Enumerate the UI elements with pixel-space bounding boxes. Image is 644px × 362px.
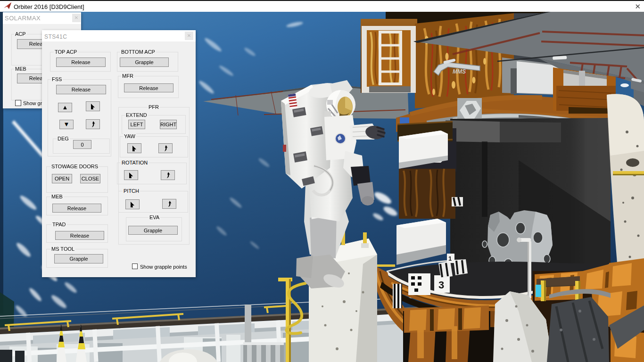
svg-text:MMS: MMS: [453, 68, 466, 75]
svg-text:1: 1: [448, 255, 452, 262]
svg-text:3: 3: [438, 279, 444, 291]
